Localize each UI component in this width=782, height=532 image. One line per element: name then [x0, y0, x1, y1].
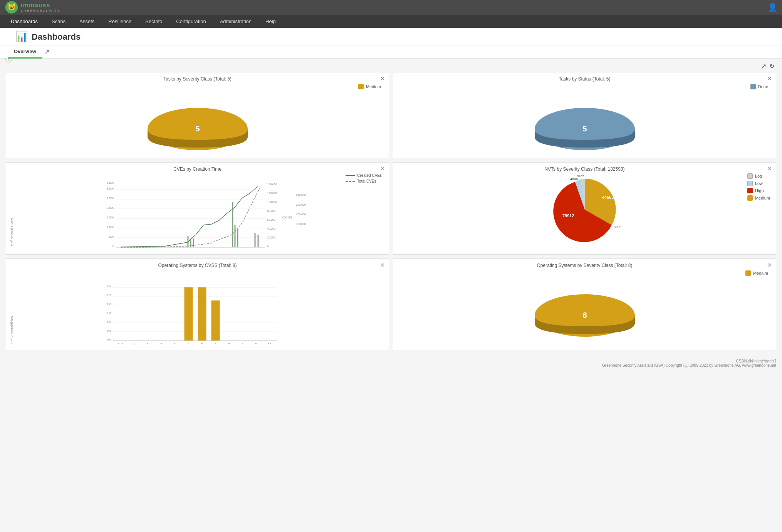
svg-rect-77 — [211, 300, 220, 341]
svg-text:0: 0 — [112, 245, 114, 248]
tab-export-icon[interactable]: ↗ — [45, 48, 50, 55]
user-icon[interactable]: 👤 — [768, 3, 777, 12]
nav-bar: Dashboards Scans Assets Resilience SecIn… — [0, 15, 782, 28]
chart-tasks-by-severity: Tasks by Severity Class (Total: 5) ✕ Med… — [6, 72, 389, 158]
chart-close-cves[interactable]: ✕ — [380, 166, 385, 172]
chart-cves-by-time: CVEs by Creation Time ✕ Created CVEs Tot… — [6, 162, 389, 255]
svg-text:200,000: 200,000 — [296, 213, 306, 216]
chart-close-os-cvss[interactable]: ✕ — [380, 262, 385, 268]
chart-close-os-severity[interactable]: ✕ — [767, 262, 772, 268]
logo-area: 🐱 immauss CYBERSECURITY — [5, 0, 60, 14]
os-cvss-svg: 0.0 0.5 1.0 1.5 2.0 2.5 3.0 — [15, 271, 385, 344]
pie-tasks-severity: 5 — [10, 85, 385, 154]
svg-text:60,000: 60,000 — [267, 218, 276, 221]
nav-scans[interactable]: Scans — [45, 15, 72, 28]
dashboards-icon: 📊 — [15, 31, 28, 43]
dashboard-toolbar: ↗ ↻ — [6, 62, 776, 70]
svg-text:N/A: N/A — [118, 342, 124, 344]
svg-text:80,000: 80,000 — [267, 210, 276, 212]
svg-text:140,000: 140,000 — [267, 183, 277, 186]
svg-text:2,000: 2,000 — [106, 206, 114, 210]
svg-text:3,000: 3,000 — [106, 187, 114, 190]
nav-dashboards[interactable]: Dashboards — [4, 15, 45, 28]
svg-text:3.0: 3.0 — [107, 285, 111, 288]
svg-text:79912: 79912 — [562, 213, 574, 218]
nav-secinfo[interactable]: SecInfo — [138, 15, 169, 28]
legend-done: Done — [750, 84, 768, 89]
svg-rect-36 — [193, 238, 194, 247]
svg-text:2000: 2000 — [162, 249, 169, 250]
legend-nvts: Log Low High Medium — [747, 173, 770, 201]
chart-title-tasks-status: Tasks by Status (Total: 5) — [397, 76, 772, 82]
nav-resilience[interactable]: Resilience — [101, 15, 138, 28]
svg-rect-75 — [185, 287, 193, 341]
chart-close-tasks-status[interactable]: ✕ — [767, 76, 772, 82]
chart-title-os-cvss: Operating Systems by CVSS (Total: 8) — [10, 263, 385, 268]
charts-grid: Tasks by Severity Class (Total: 5) ✕ Med… — [6, 72, 776, 351]
svg-text:3,500: 3,500 — [106, 181, 114, 185]
nav-assets[interactable]: Assets — [72, 15, 101, 28]
svg-text:5: 5 — [582, 124, 587, 133]
page-title: 📊 Dashboards — [15, 31, 774, 43]
svg-rect-35 — [190, 240, 191, 247]
legend-log: Log — [747, 173, 770, 179]
logo-subtitle: CYBERSECURITY — [21, 9, 60, 13]
svg-text:0: 0 — [267, 245, 269, 248]
legend-high: High — [747, 188, 770, 193]
logo-icon: 🐱 — [5, 0, 18, 14]
svg-text:2.0: 2.0 — [107, 302, 111, 306]
svg-text:100,000: 100,000 — [267, 201, 277, 203]
pie-nvts: 44583 79912 4896 3202 3202 — [397, 175, 772, 244]
legend-tasks-status: Done — [750, 84, 768, 89]
refresh-icon[interactable]: ↻ — [769, 62, 774, 70]
svg-rect-37 — [232, 202, 233, 247]
legend-os-severity: Medium — [745, 270, 768, 276]
nav-help[interactable]: Help — [258, 15, 283, 28]
tab-bar: Overview ↗ — [0, 45, 782, 59]
svg-text:5: 5 — [195, 124, 200, 133]
bar-chart-area: # of Vulnerabilities 0.0 0.5 1.0 1.5 2.0… — [10, 271, 385, 344]
svg-rect-40 — [255, 233, 256, 247]
svg-rect-39 — [237, 229, 238, 247]
top-bar: 🐱 immauss CYBERSECURITY 👤 — [0, 0, 782, 15]
chart-close-tasks-severity[interactable]: ✕ — [380, 76, 385, 82]
nav-administration[interactable]: Administration — [213, 15, 258, 28]
chart-title-tasks-severity: Tasks by Severity Class (Total: 5) — [10, 76, 385, 82]
svg-text:240,000: 240,000 — [296, 194, 306, 196]
svg-text:3202: 3202 — [614, 225, 621, 229]
legend-low: Low — [747, 181, 770, 186]
svg-rect-38 — [235, 225, 236, 247]
svg-text:1: 1 — [147, 342, 149, 344]
svg-text:2020: 2020 — [251, 249, 258, 250]
svg-text:2: 2 — [160, 342, 162, 344]
y-axis-left-label: # of created CVEs — [10, 179, 14, 246]
chart-tasks-by-status: Tasks by Status (Total: 5) ✕ Done 5 — [393, 72, 776, 158]
chart-os-by-cvss: Operating Systems by CVSS (Total: 8) ✕ #… — [6, 258, 389, 351]
svg-text:40,000: 40,000 — [267, 227, 276, 230]
legend-medium-nvt: Medium — [747, 195, 770, 201]
svg-text:180,000: 180,000 — [296, 223, 306, 225]
legend-tasks-severity: Medium — [358, 84, 381, 89]
export-icon[interactable]: ↗ — [761, 62, 766, 70]
chart-close-nvts[interactable]: ✕ — [767, 166, 772, 172]
pie-tasks-status: 5 — [397, 85, 772, 154]
svg-rect-41 — [258, 235, 259, 247]
footer-line1: CSDN @KnightYangHJ — [6, 359, 776, 363]
chart-title-cves: CVEs by Creation Time — [10, 166, 385, 172]
svg-text:0.0: 0.0 — [107, 338, 111, 341]
nav-configuration[interactable]: Configuration — [169, 15, 213, 28]
svg-rect-76 — [198, 287, 206, 341]
tab-overview[interactable]: Overview — [8, 45, 42, 59]
svg-text:2,500: 2,500 — [106, 196, 114, 200]
svg-text:8: 8 — [582, 311, 587, 319]
svg-text:9: 9 — [255, 342, 257, 344]
svg-text:3202: 3202 — [577, 175, 584, 178]
svg-text:0.5: 0.5 — [107, 329, 111, 332]
svg-text:2005: 2005 — [184, 249, 191, 250]
legend-medium: Medium — [358, 84, 381, 89]
legend-medium-os: Medium — [745, 270, 768, 276]
svg-text:3: 3 — [174, 342, 176, 344]
svg-rect-34 — [188, 236, 189, 247]
svg-text:8: 8 — [242, 342, 243, 344]
logo-name: immauss — [21, 2, 50, 8]
